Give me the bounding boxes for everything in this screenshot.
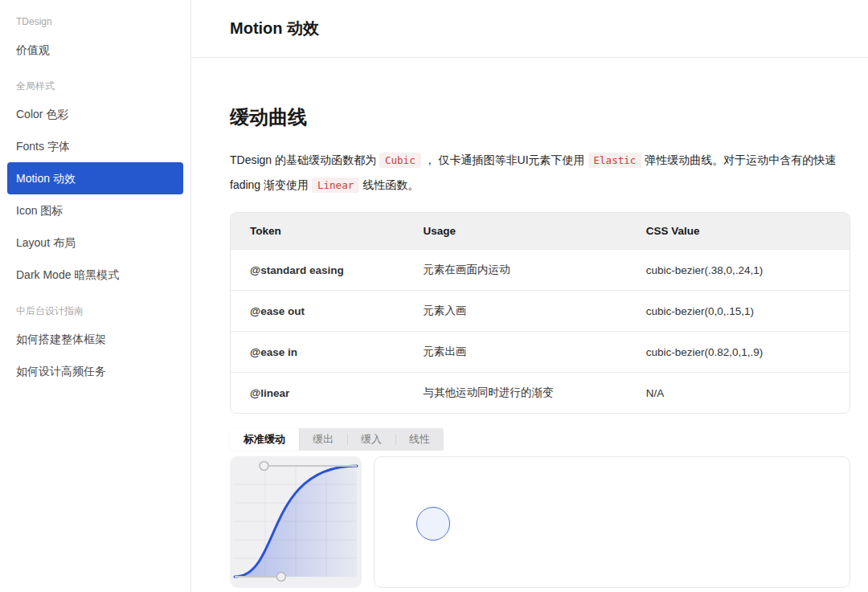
intro-text: TDesign 的基础缓动函数都为 <box>230 153 376 166</box>
control-handle-p2[interactable] <box>260 462 268 471</box>
sidebar-item[interactable]: 如何搭建整体框架 <box>7 323 183 355</box>
animation-preview <box>374 456 850 588</box>
intro-paragraph: TDesign 的基础缓动函数都为Cubic， 仅卡通插图等非UI元素下使用El… <box>230 148 850 198</box>
page-header: Motion 动效 <box>191 0 868 58</box>
tab-active[interactable]: 标准缓动 <box>230 428 299 451</box>
tab-inactive[interactable]: 线性 <box>395 428 444 451</box>
inline-code: Elastic <box>588 153 642 168</box>
sidebar-group: 中后台设计指南如何搭建整体框架如何设计高频任务 <box>0 299 190 387</box>
usage-cell: 元素出画 <box>404 331 627 372</box>
easing-tabs: 标准缓动缓出缓入线性 <box>230 428 444 451</box>
token-cell[interactable]: @standard easing <box>231 249 404 290</box>
sidebar-group: 全局样式Color 色彩Fonts 字体Motion 动效Icon 图标Layo… <box>0 74 190 291</box>
easing-demo <box>230 456 850 588</box>
animated-ball <box>416 507 450 541</box>
column-header: Usage <box>404 213 627 249</box>
table-row: @linear与其他运动同时进行的渐变N/A <box>231 372 850 413</box>
table-row: @ease out元素入画cubic-bezier(0,0,.15,1) <box>231 290 850 331</box>
table-header: TokenUsageCSS Value <box>231 213 850 249</box>
sidebar-group: TDesign价值观 <box>0 10 190 66</box>
bezier-curve-editor[interactable] <box>230 456 362 588</box>
intro-text: 线性函数。 <box>362 178 419 191</box>
token-cell[interactable]: @linear <box>231 372 404 413</box>
sidebar-item[interactable]: 价值观 <box>7 34 183 66</box>
sidebar-group-header: 中后台设计指南 <box>0 299 190 323</box>
sidebar-item[interactable]: Dark Mode 暗黑模式 <box>7 259 183 291</box>
sidebar-item[interactable]: Layout 布局 <box>7 227 183 259</box>
sidebar-group-header: TDesign <box>0 10 190 34</box>
column-header: Token <box>231 213 404 249</box>
inline-code: Linear <box>312 178 359 193</box>
tab-inactive[interactable]: 缓出 <box>299 428 347 451</box>
inline-code: Cubic <box>379 153 421 168</box>
page-title: Motion 动效 <box>230 18 319 39</box>
sidebar-item[interactable]: 如何设计高频任务 <box>7 355 183 387</box>
control-handle-p1[interactable] <box>276 573 285 582</box>
bezier-curve-canvas <box>230 456 362 588</box>
sidebar-group-header: 全局样式 <box>0 74 190 98</box>
tab-inactive[interactable]: 缓入 <box>347 428 395 451</box>
token-cell[interactable]: @ease in <box>231 331 404 372</box>
css-value-cell: N/A <box>627 372 850 413</box>
intro-text: ， 仅卡通插图等非UI元素下使用 <box>424 153 585 166</box>
section-title: 缓动曲线 <box>230 104 850 130</box>
sidebar-item[interactable]: Color 色彩 <box>7 98 183 130</box>
usage-cell: 元素在画面内运动 <box>404 249 627 290</box>
usage-cell: 与其他运动同时进行的渐变 <box>404 372 627 413</box>
css-value-cell: cubic-bezier(.38,0,.24,1) <box>627 249 850 290</box>
table-row: @standard easing元素在画面内运动cubic-bezier(.38… <box>231 249 850 290</box>
main-area: Motion 动效 缓动曲线 TDesign 的基础缓动函数都为Cubic， 仅… <box>191 0 868 592</box>
table-row: @ease in元素出画cubic-bezier(0.82,0,1,.9) <box>231 331 850 372</box>
sidebar-item[interactable]: Icon 图标 <box>7 194 183 227</box>
app-window: TDesign价值观全局样式Color 色彩Fonts 字体Motion 动效I… <box>0 0 868 592</box>
usage-cell: 元素入画 <box>404 290 627 331</box>
sidebar-item-active[interactable]: Motion 动效 <box>7 162 183 194</box>
css-value-cell: cubic-bezier(0.82,0,1,.9) <box>627 331 850 372</box>
sidebar-item[interactable]: Fonts 字体 <box>7 130 183 162</box>
column-header: CSS Value <box>627 213 850 249</box>
easing-token-table: TokenUsageCSS Value @standard easing元素在画… <box>230 212 850 414</box>
css-value-cell: cubic-bezier(0,0,.15,1) <box>627 290 850 331</box>
sidebar-nav: TDesign价值观全局样式Color 色彩Fonts 字体Motion 动效I… <box>0 0 191 592</box>
token-cell[interactable]: @ease out <box>231 290 404 331</box>
content-area: 缓动曲线 TDesign 的基础缓动函数都为Cubic， 仅卡通插图等非UI元素… <box>191 104 868 588</box>
